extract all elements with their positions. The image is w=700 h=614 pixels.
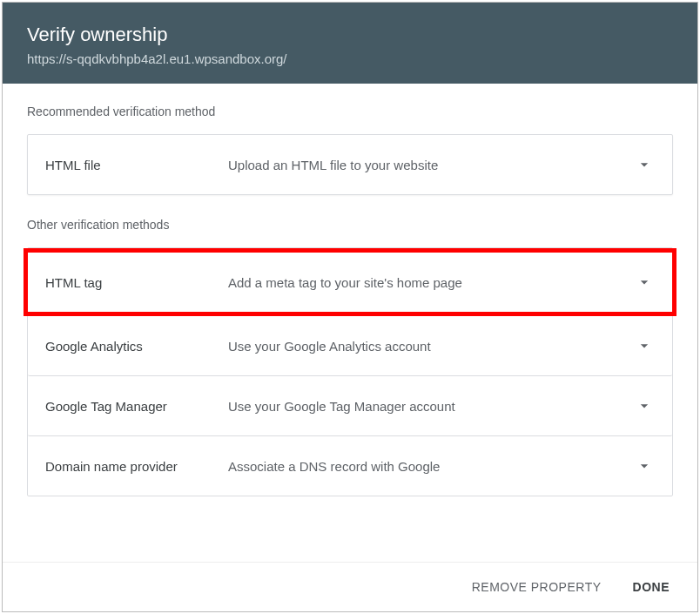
remove-property-button[interactable]: Remove Property [468, 575, 605, 599]
method-name: Domain name provider [45, 459, 228, 474]
dialog-title: Verify ownership [27, 24, 673, 46]
dialog-subtitle: https://s-qqdkvbhpb4a2l.eu1.wpsandbox.or… [27, 51, 673, 66]
chevron-down-icon [634, 455, 655, 476]
method-name: HTML file [45, 158, 228, 172]
chevron-down-icon [634, 272, 655, 293]
method-desc: Use your Google Analytics account [228, 339, 634, 354]
method-desc: Add a meta tag to your site's home page [228, 275, 634, 290]
chevron-down-icon [634, 395, 655, 416]
method-html-tag[interactable]: HTML tag Add a meta tag to your site's h… [28, 253, 672, 312]
method-desc: Associate a DNS record with Google [228, 459, 634, 474]
method-google-tag-manager[interactable]: Google Tag Manager Use your Google Tag M… [28, 376, 672, 436]
method-desc: Upload an HTML file to your website [228, 158, 634, 172]
chevron-down-icon [634, 335, 655, 356]
dialog-footer: Remove Property Done [3, 562, 697, 611]
method-name: HTML tag [45, 275, 228, 290]
method-google-analytics[interactable]: Google Analytics Use your Google Analyti… [28, 316, 672, 376]
method-desc: Use your Google Tag Manager account [228, 399, 634, 414]
chevron-down-icon [634, 154, 655, 175]
method-domain-name-provider[interactable]: Domain name provider Associate a DNS rec… [28, 436, 672, 496]
method-html-file[interactable]: HTML file Upload an HTML file to your we… [27, 134, 673, 195]
dialog-content: Recommended verification method HTML fil… [3, 84, 697, 496]
recommended-section-label: Recommended verification method [27, 105, 673, 118]
method-name: Google Tag Manager [45, 399, 228, 414]
highlight-box: HTML tag Add a meta tag to your site's h… [24, 248, 676, 316]
other-methods-list: HTML tag Add a meta tag to your site's h… [27, 247, 673, 496]
dialog-header: Verify ownership https://s-qqdkvbhpb4a2l… [3, 3, 697, 84]
done-button[interactable]: Done [629, 575, 673, 599]
other-section-label: Other verification methods [27, 218, 673, 232]
method-name: Google Analytics [45, 339, 228, 354]
